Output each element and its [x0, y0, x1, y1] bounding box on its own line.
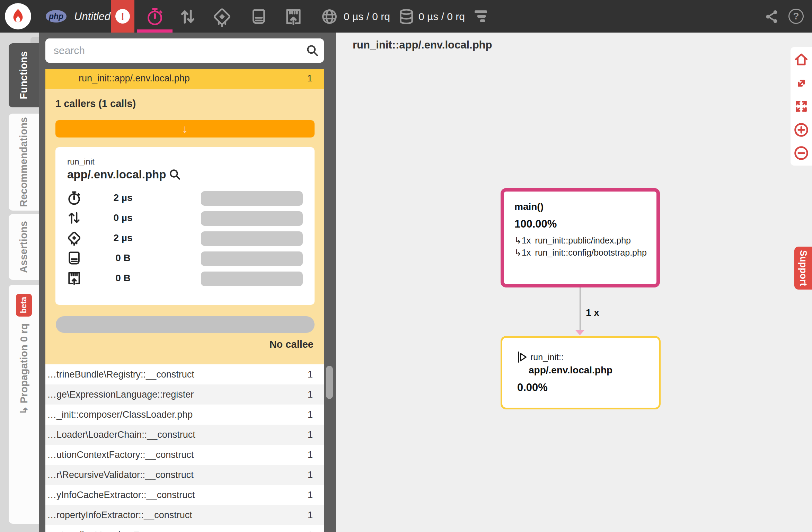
memory-icon — [67, 250, 82, 266]
callee-line[interactable]: ↳1xrun_init::config/bootstrap.php — [514, 247, 656, 259]
expand-icon — [794, 76, 808, 90]
tab-io-wait[interactable] — [179, 8, 197, 26]
function-list-count: 1 — [308, 490, 313, 500]
function-list-label: …yInfoCacheExtractor::__construct — [47, 490, 303, 500]
call-graph-canvas[interactable]: run_init::app/.env.local.php — [336, 33, 812, 532]
search-input[interactable] — [45, 38, 324, 63]
function-list-row[interactable]: …yInfoCacheExtractor::__construct1 — [45, 485, 324, 505]
function-list-count: 1 — [308, 470, 313, 480]
network-icon — [284, 7, 303, 26]
scroll-down-button[interactable]: ↓ — [55, 120, 315, 138]
filter-bar-1 — [475, 10, 487, 13]
sidebar-tab-assertions[interactable]: Assertions — [9, 214, 39, 280]
memory-icon — [250, 8, 267, 25]
edge-call-count: 1 x — [586, 307, 599, 318]
http-globe-group[interactable] — [321, 8, 338, 25]
node-callee-list: ↳1xrun_init::public/index.php↳1xrun_init… — [514, 234, 656, 259]
metric-placeholder-bar — [201, 272, 303, 286]
support-tab[interactable]: Support — [794, 247, 812, 290]
function-list-row[interactable]: …yLoadingMetadataFactory::__construct1 — [45, 525, 324, 532]
callers-section: 1 callers (1 calls) ↓ run_init app/.env.… — [45, 89, 324, 364]
function-list-row[interactable]: …utionContextFactory::__construct1 — [45, 445, 324, 465]
sql-stats: 0 µs / 0 rq — [418, 11, 465, 23]
callee-count: ↳1x — [514, 234, 531, 247]
node-percent: 0.00% — [517, 381, 659, 394]
beta-badge-label: beta — [19, 297, 28, 313]
node-name: app/.env.local.php — [529, 365, 659, 376]
help-button[interactable]: ? — [788, 9, 804, 24]
http-stats: 0 µs / 0 rq — [344, 11, 390, 23]
fullscreen-button[interactable] — [794, 99, 809, 114]
function-list-count: 1 — [308, 409, 313, 420]
function-list-label: …_init::composer/ClassLoader.php — [47, 409, 303, 420]
question-mark-icon: ? — [788, 9, 804, 24]
sidebar-tab-propagation[interactable]: beta ↳ Propagation 0 rq — [9, 285, 39, 524]
issues-button[interactable]: ! — [111, 0, 134, 33]
stopwatch-icon — [67, 190, 82, 205]
function-list-row[interactable]: …trineBundle\Registry::__construct1 — [45, 364, 324, 384]
share-button[interactable] — [764, 9, 779, 24]
tab-label: Assertions — [18, 221, 29, 273]
function-detail-card: run_init app/.env.local.php 2 µs0 µs2 µs… — [55, 147, 315, 305]
callee-name: run_init::public/index.php — [535, 234, 631, 247]
function-list-label: …yLoadingMetadataFactory::__construct — [47, 530, 303, 532]
selected-function-count: 1 — [307, 73, 312, 84]
functions-panel: run_init::app/.env.local.php 1 1 callers… — [39, 33, 336, 532]
function-list-row[interactable]: …_init::composer/ClassLoader.php1 — [45, 405, 324, 425]
function-name: app/.env.local.php — [67, 168, 166, 181]
metric-value: 0 B — [97, 273, 149, 284]
zoom-out-icon — [794, 145, 809, 161]
panel-scrollbar-thumb[interactable] — [326, 366, 333, 399]
function-list-count: 1 — [308, 450, 313, 460]
filter-bar-2 — [477, 15, 486, 18]
function-list-row[interactable]: …Loader\LoaderChain::__construct1 — [45, 425, 324, 445]
io-arrows-icon — [67, 210, 82, 225]
function-list-row[interactable]: …ge\ExpressionLanguage::register1 — [45, 384, 324, 405]
sidebar-tab-functions[interactable]: Functions — [9, 43, 39, 107]
graph-node-main[interactable]: main() 100.00% ↳1xrun_init::public/index… — [501, 188, 660, 287]
inspect-magnifier-icon[interactable] — [169, 168, 181, 181]
tab-label: ↳ Propagation 0 rq — [18, 323, 30, 415]
callee-line[interactable]: ↳1xrun_init::public/index.php — [514, 234, 656, 247]
selected-function-label: run_init::app/.env.local.php — [79, 73, 189, 84]
graph-node-env-local[interactable]: run_init:: app/.env.local.php 0.00% — [501, 336, 661, 409]
blackfire-logo[interactable] — [5, 3, 31, 29]
metric-placeholder-bar — [201, 231, 303, 246]
function-list-count: 1 — [308, 369, 313, 380]
network-icon — [67, 271, 82, 286]
zoom-in-button[interactable] — [794, 122, 809, 138]
edge-arrowhead-icon — [575, 330, 585, 335]
tab-wall-time[interactable] — [137, 0, 173, 33]
cpu-chip-icon — [67, 230, 82, 246]
callee-count: ↳1x — [514, 247, 531, 259]
metric-value: 0 B — [97, 252, 149, 264]
tab-network[interactable] — [284, 7, 303, 26]
metric-value: 2 µs — [97, 192, 149, 203]
globe-icon — [321, 8, 338, 25]
function-list-row[interactable]: …r\RecursiveValidator::__construct1 — [45, 465, 324, 485]
sql-db-group[interactable] — [398, 8, 415, 25]
function-list-row[interactable]: …ropertyInfoExtractor::__construct1 — [45, 505, 324, 525]
tab-cpu-time[interactable] — [212, 7, 232, 27]
function-list-label: …ropertyInfoExtractor::__construct — [47, 510, 303, 521]
stopwatch-icon — [67, 190, 82, 205]
active-tab-underline — [137, 29, 173, 33]
filter-button[interactable] — [475, 10, 488, 24]
function-list-label: …Loader\LoaderChain::__construct — [47, 429, 303, 440]
home-button[interactable] — [794, 52, 809, 67]
function-list-label: …utionContextFactory::__construct — [47, 450, 303, 460]
metric-row: 0 B — [55, 270, 315, 287]
profile-name: Untitled — [74, 10, 111, 23]
fit-view-button[interactable] — [794, 76, 809, 91]
zoom-out-button[interactable] — [794, 145, 809, 161]
node-namespace: run_init:: — [530, 352, 564, 362]
search-icon[interactable] — [306, 44, 319, 57]
callers-heading: 1 callers (1 calls) — [55, 98, 136, 109]
fullscreen-icon — [794, 99, 808, 113]
selected-function-row[interactable]: run_init::app/.env.local.php 1 — [45, 69, 324, 89]
tab-memory[interactable] — [250, 8, 267, 25]
io-arrows-icon — [179, 8, 197, 26]
share-icon — [764, 9, 779, 24]
cpu-chip-icon — [212, 7, 232, 27]
sidebar-tab-recommendations[interactable]: Recommendations — [9, 114, 39, 211]
